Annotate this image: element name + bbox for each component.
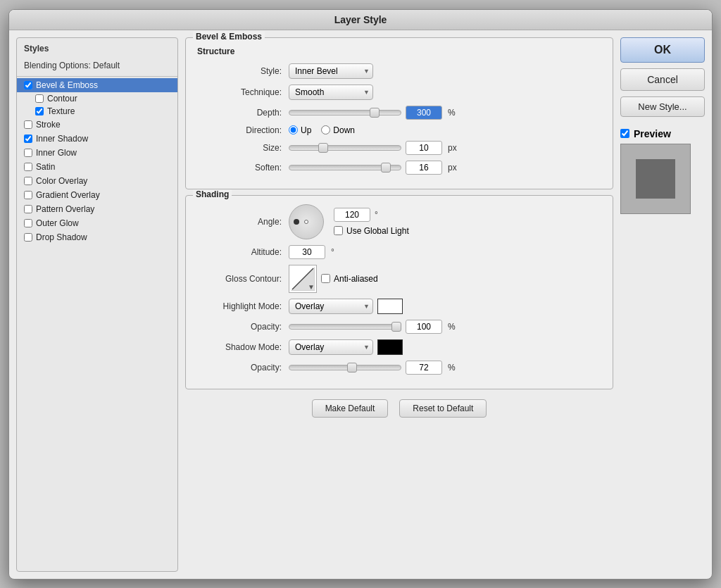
satin-checkbox[interactable] bbox=[24, 163, 32, 171]
inner-shadow-label: Inner Shadow bbox=[36, 134, 88, 144]
technique-row: Technique: Smooth Chisel Hard Chisel Sof… bbox=[197, 85, 601, 100]
direction-up-radio[interactable]: Up bbox=[289, 125, 311, 135]
preview-inner bbox=[636, 159, 675, 199]
size-unit: px bbox=[448, 143, 457, 153]
sidebar-item-inner-glow[interactable]: Inner Glow bbox=[17, 146, 177, 160]
drop-shadow-checkbox[interactable] bbox=[24, 233, 32, 242]
highlight-mode-select[interactable]: Normal Dissolve Multiply Screen Overlay bbox=[289, 299, 373, 314]
shadow-mode-select[interactable]: Normal Dissolve Multiply Screen Overlay bbox=[289, 339, 373, 355]
make-default-button[interactable]: Make Default bbox=[312, 399, 389, 418]
style-select[interactable]: Inner Bevel Outer Bevel Emboss Pillow Em… bbox=[289, 63, 373, 79]
sidebar-item-drop-shadow[interactable]: Drop Shadow bbox=[17, 230, 177, 244]
inner-glow-label: Inner Glow bbox=[36, 148, 77, 158]
direction-up-label: Up bbox=[301, 125, 311, 135]
size-slider-track[interactable] bbox=[289, 145, 401, 151]
color-overlay-checkbox[interactable] bbox=[24, 177, 32, 185]
sidebar: Styles Blending Options: Default Bevel &… bbox=[16, 37, 178, 572]
direction-down-input[interactable] bbox=[321, 125, 330, 135]
shadow-opacity-slider-thumb[interactable] bbox=[347, 363, 357, 373]
sidebar-item-satin[interactable]: Satin bbox=[17, 160, 177, 174]
sidebar-item-texture[interactable]: Texture bbox=[35, 105, 177, 118]
inner-shadow-checkbox[interactable] bbox=[24, 135, 32, 143]
technique-select[interactable]: Smooth Chisel Hard Chisel Soft bbox=[289, 85, 373, 100]
sidebar-item-contour[interactable]: Contour bbox=[35, 92, 177, 105]
inner-glow-checkbox[interactable] bbox=[24, 149, 32, 157]
soften-slider-track[interactable] bbox=[289, 165, 401, 170]
pattern-overlay-label: Pattern Overlay bbox=[36, 204, 94, 214]
angle-row: Angle: ° bbox=[197, 204, 601, 239]
angle-dial[interactable] bbox=[289, 204, 324, 239]
soften-unit: px bbox=[448, 163, 457, 173]
texture-checkbox[interactable] bbox=[35, 107, 44, 115]
highlight-opacity-label: Opacity: bbox=[197, 322, 289, 332]
gloss-contour-thumb[interactable]: ▼ bbox=[289, 265, 317, 293]
contour-checkbox[interactable] bbox=[35, 94, 44, 103]
size-slider-thumb[interactable] bbox=[318, 143, 328, 153]
section-label: Bevel & Emboss bbox=[193, 32, 265, 42]
sidebar-item-bevel-emboss[interactable]: Bevel & Emboss bbox=[17, 78, 177, 92]
highlight-mode-control: Normal Dissolve Multiply Screen Overlay bbox=[289, 299, 403, 314]
angle-unit: ° bbox=[375, 210, 378, 220]
sidebar-item-color-overlay[interactable]: Color Overlay bbox=[17, 174, 177, 188]
highlight-opacity-unit: % bbox=[448, 322, 456, 332]
new-style-button[interactable]: New Style... bbox=[620, 96, 705, 117]
global-light-checkbox[interactable] bbox=[334, 226, 343, 235]
anti-aliased-checkbox[interactable] bbox=[321, 274, 330, 283]
sidebar-item-outer-glow[interactable]: Outer Glow bbox=[17, 216, 177, 230]
soften-control: px bbox=[289, 161, 457, 175]
altitude-unit: ° bbox=[331, 247, 334, 257]
soften-input[interactable] bbox=[406, 161, 442, 175]
sidebar-item-gradient-overlay[interactable]: Gradient Overlay bbox=[17, 188, 177, 202]
shadow-mode-control: Normal Dissolve Multiply Screen Overlay bbox=[289, 339, 403, 355]
sidebar-item-blending[interactable]: Blending Options: Default bbox=[17, 58, 177, 75]
direction-row: Direction: Up Down bbox=[197, 125, 601, 135]
outer-glow-checkbox[interactable] bbox=[24, 219, 32, 227]
depth-input[interactable] bbox=[406, 106, 442, 120]
shadow-opacity-slider-track[interactable] bbox=[289, 365, 401, 370]
outer-glow-label: Outer Glow bbox=[36, 218, 79, 228]
highlight-opacity-slider-track[interactable] bbox=[289, 324, 401, 330]
depth-slider-track[interactable] bbox=[289, 110, 401, 115]
highlight-opacity-input[interactable] bbox=[406, 320, 442, 334]
direction-label: Direction: bbox=[197, 125, 289, 135]
highlight-color-swatch[interactable] bbox=[377, 299, 403, 314]
drop-shadow-label: Drop Shadow bbox=[36, 232, 87, 242]
highlight-opacity-slider-thumb[interactable] bbox=[391, 322, 401, 332]
dialog-title: Layer Style bbox=[334, 14, 387, 25]
style-label: Style: bbox=[197, 66, 289, 76]
size-input[interactable] bbox=[406, 141, 442, 155]
shadow-mode-select-wrap: Normal Dissolve Multiply Screen Overlay bbox=[289, 339, 373, 355]
shadow-color-swatch[interactable] bbox=[377, 339, 403, 355]
sidebar-item-stroke[interactable]: Stroke bbox=[17, 118, 177, 132]
sidebar-item-pattern-overlay[interactable]: Pattern Overlay bbox=[17, 202, 177, 216]
size-label: Size: bbox=[197, 143, 289, 153]
shadow-opacity-input[interactable] bbox=[406, 361, 442, 375]
pattern-overlay-checkbox[interactable] bbox=[24, 205, 32, 213]
ok-button[interactable]: OK bbox=[620, 37, 705, 63]
gradient-overlay-checkbox[interactable] bbox=[24, 191, 32, 199]
bevel-emboss-checkbox[interactable] bbox=[24, 81, 32, 89]
sidebar-divider bbox=[17, 76, 177, 77]
reset-to-default-button[interactable]: Reset to Default bbox=[399, 399, 487, 418]
gloss-contour-row: Gloss Contour: ▼ Anti-alia bbox=[197, 265, 601, 293]
highlight-opacity-control: % bbox=[289, 320, 456, 334]
preview-checkbox[interactable] bbox=[620, 129, 629, 138]
highlight-mode-label: Highlight Mode: bbox=[197, 301, 289, 311]
direction-down-radio[interactable]: Down bbox=[321, 125, 355, 135]
sidebar-item-inner-shadow[interactable]: Inner Shadow bbox=[17, 132, 177, 146]
stroke-checkbox[interactable] bbox=[24, 120, 32, 129]
angle-input[interactable] bbox=[334, 208, 370, 222]
texture-label: Texture bbox=[47, 106, 75, 116]
anti-aliased-label: Anti-aliased bbox=[334, 274, 378, 284]
dialog-titlebar: Layer Style bbox=[9, 10, 712, 30]
technique-control: Smooth Chisel Hard Chisel Soft bbox=[289, 85, 373, 100]
depth-slider-thumb[interactable] bbox=[370, 108, 380, 118]
direction-up-input[interactable] bbox=[289, 125, 298, 135]
technique-select-wrap: Smooth Chisel Hard Chisel Soft bbox=[289, 85, 373, 100]
cancel-button[interactable]: Cancel bbox=[620, 68, 705, 91]
shadow-opacity-control: % bbox=[289, 361, 456, 375]
direction-down-label: Down bbox=[333, 125, 355, 135]
soften-slider-thumb[interactable] bbox=[381, 163, 391, 173]
size-row: Size: px bbox=[197, 141, 601, 155]
altitude-input[interactable] bbox=[289, 245, 325, 259]
